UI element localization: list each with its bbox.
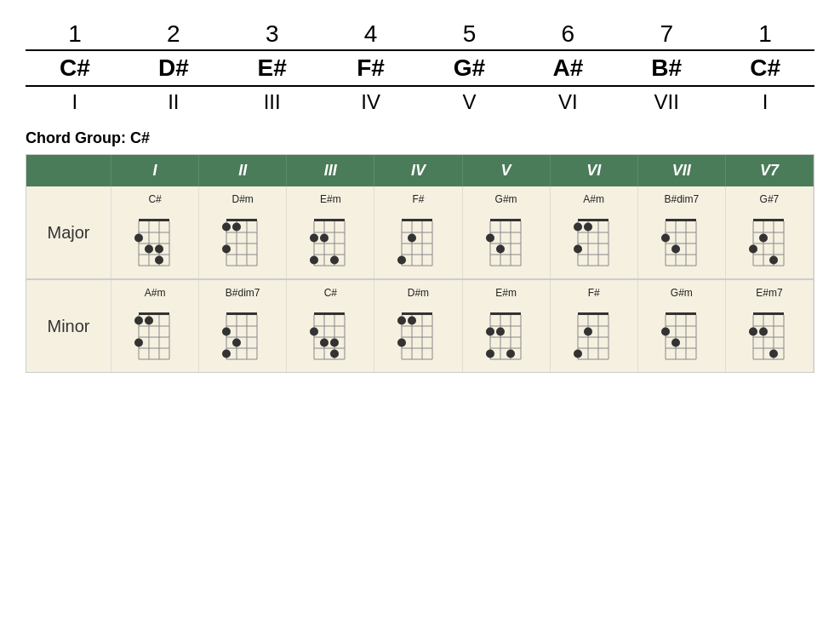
minor-chord-4: E#m (463, 280, 551, 372)
minor-chord-diagram-6 (659, 304, 705, 362)
major-chord-7: G#7 (726, 186, 814, 278)
scale-number-3: 4 (322, 17, 420, 50)
svg-point-76 (584, 223, 592, 232)
major-chord-diagram-4 (483, 210, 529, 268)
minor-chord-name-0: A#m (145, 287, 166, 301)
header-col-iii: III (287, 155, 374, 186)
major-chord-diagram-2 (307, 210, 353, 268)
minor-chord-name-3: D#m (408, 287, 429, 301)
major-chord-name-7: G#7 (760, 193, 780, 207)
minor-chord-3: D#m (374, 280, 462, 372)
svg-rect-129 (314, 312, 345, 315)
svg-point-12 (155, 245, 163, 254)
svg-point-101 (749, 245, 757, 254)
minor-chord-7: E#m7 (726, 280, 814, 372)
major-chord-6: B#dim7 (638, 186, 726, 278)
minor-chord-name-1: B#dim7 (226, 287, 260, 301)
scale-number-2: 3 (223, 17, 322, 50)
svg-point-37 (310, 234, 318, 243)
svg-point-128 (222, 350, 231, 358)
scale-note-2: E# (223, 50, 322, 86)
major-chord-diagram-3 (395, 210, 441, 268)
svg-rect-194 (753, 312, 784, 315)
svg-point-139 (310, 328, 318, 336)
svg-rect-90 (753, 219, 784, 221)
svg-point-154 (408, 317, 416, 325)
svg-point-113 (134, 317, 143, 325)
header-col-i: I (111, 155, 199, 186)
svg-point-64 (496, 245, 505, 254)
major-chord-name-0: C# (148, 193, 161, 207)
minor-chord-diagram-2 (307, 304, 353, 362)
major-chord-name-6: B#dim7 (664, 193, 699, 207)
minor-chord-name-7: E#m7 (756, 287, 782, 301)
minor-chord-0: A#m (111, 280, 199, 372)
svg-point-167 (496, 328, 505, 336)
svg-point-141 (330, 339, 339, 347)
minor-chord-5: F# (551, 280, 638, 372)
svg-point-24 (222, 223, 231, 232)
chord-group-label: Chord Group: C# (26, 129, 814, 147)
scale-number-6: 7 (617, 17, 716, 50)
minor-chord-diagram-3 (395, 304, 441, 362)
svg-point-193 (671, 339, 680, 347)
major-chord-diagram-6 (659, 210, 705, 268)
header-col-ii: II (199, 155, 287, 186)
minor-chord-name-2: C# (324, 287, 337, 301)
svg-point-89 (671, 245, 680, 254)
svg-point-126 (222, 328, 231, 336)
minor-chord-name-6: G#m (671, 287, 693, 301)
scale-number-0: 1 (26, 17, 124, 50)
chord-header: IIIIIIIVVVIVIIV7 (26, 155, 814, 186)
scale-note-4: G# (420, 50, 519, 86)
major-chord-diagram-0 (132, 210, 178, 268)
major-row: Major C#D#mE#mF#G#mA#mB#dim7G#7 (26, 186, 814, 278)
header-col-vii: VII (638, 155, 726, 186)
svg-rect-182 (666, 312, 696, 315)
svg-rect-116 (226, 312, 257, 315)
svg-point-192 (661, 328, 670, 336)
svg-rect-143 (402, 312, 432, 315)
svg-point-39 (310, 256, 318, 265)
svg-point-206 (769, 350, 778, 358)
minor-label: Minor (26, 280, 111, 372)
svg-point-166 (486, 328, 494, 336)
svg-point-38 (320, 234, 329, 243)
major-chord-3: F# (374, 186, 462, 278)
svg-point-127 (232, 339, 241, 347)
svg-point-102 (769, 256, 778, 265)
svg-rect-27 (314, 219, 345, 221)
scale-roman-2: III (223, 86, 322, 117)
minor-chord-diagram-7 (746, 304, 792, 362)
svg-rect-14 (226, 219, 257, 221)
svg-point-115 (134, 339, 143, 347)
scale-roman-1: II (124, 86, 223, 117)
scale-roman-4: V (420, 86, 519, 117)
major-chord-diagram-1 (220, 210, 266, 268)
svg-point-13 (155, 256, 163, 265)
major-chord-1: D#m (199, 186, 287, 278)
header-col-v7: V7 (726, 155, 814, 186)
svg-point-11 (145, 245, 153, 254)
scale-number-4: 5 (420, 17, 519, 50)
scale-roman-7: I (716, 86, 814, 117)
header-empty (26, 155, 111, 186)
major-chord-0: C# (111, 186, 199, 278)
major-chord-name-2: E#m (320, 193, 341, 207)
svg-point-155 (397, 339, 406, 347)
minor-chord-diagram-1 (220, 304, 266, 362)
chord-table: IIIIIIIVVVIVIIV7 Major C#D#mE#mF#G#mA#mB… (26, 154, 814, 373)
major-chord-4: G#m (463, 186, 551, 278)
scale-roman-0: I (26, 86, 124, 117)
svg-point-142 (330, 350, 339, 358)
minor-chord-2: C# (287, 280, 374, 372)
svg-point-77 (574, 245, 582, 254)
svg-point-75 (574, 223, 582, 232)
svg-point-169 (506, 350, 515, 358)
major-chord-diagram-5 (571, 210, 617, 268)
svg-point-153 (397, 317, 406, 325)
minor-chord-diagram-5 (571, 304, 617, 362)
svg-point-181 (574, 350, 582, 358)
scale-note-3: F# (322, 50, 420, 86)
svg-point-10 (134, 234, 143, 243)
